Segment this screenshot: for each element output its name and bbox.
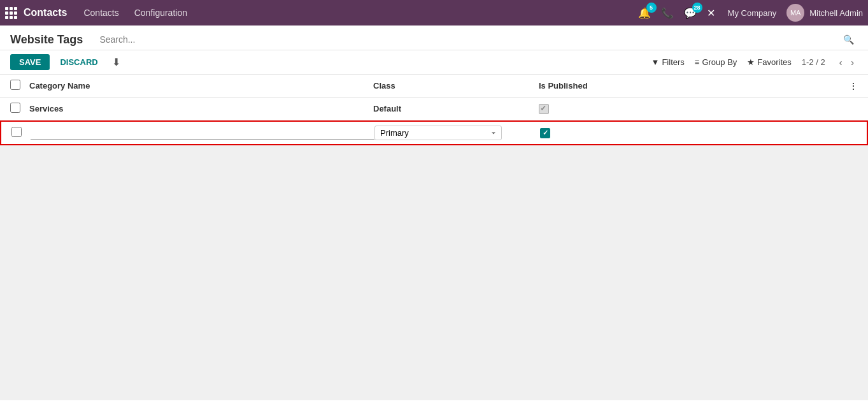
row1-published: ✓: [539, 104, 858, 114]
row1-checkbox[interactable]: [10, 103, 20, 113]
app-brand: Contacts: [24, 7, 67, 18]
row2-checkbox-col: [11, 127, 31, 139]
empty-area: [0, 145, 868, 400]
header-checkbox-col: [10, 80, 29, 92]
header-category-name: Category Name: [29, 81, 373, 91]
company-name[interactable]: My Company: [723, 8, 782, 18]
search-area: 🔍: [96, 32, 858, 47]
filters-label: Filters: [662, 57, 684, 67]
row2-name-col: [31, 127, 374, 140]
table-header: Category Name Class Is Published ⋮: [0, 75, 868, 98]
select-all-checkbox[interactable]: [10, 80, 20, 90]
page-title: Website Tags: [10, 33, 83, 47]
nav-configuration[interactable]: Configuration: [128, 5, 194, 20]
search-icon: 🔍: [843, 34, 854, 45]
toolbar-right: ▼ Filters ≡ Group By ★ Favorites 1-2 / 2…: [651, 56, 858, 69]
row2-checkbox[interactable]: [11, 127, 22, 137]
header-options: ⋮: [839, 81, 858, 91]
row1-name[interactable]: Services: [29, 104, 373, 113]
app-menu-icon[interactable]: [5, 7, 17, 19]
search-input[interactable]: [96, 32, 858, 47]
table: Category Name Class Is Published ⋮ Servi…: [0, 75, 868, 145]
phone-icon: 📞: [661, 7, 674, 19]
group-by-label: Group By: [702, 57, 737, 67]
header-is-published: Is Published: [539, 81, 839, 91]
row2-published-col: [540, 128, 857, 138]
table-row: Services Default ✓: [0, 98, 868, 120]
column-options-icon[interactable]: ⋮: [849, 81, 858, 91]
main-content: Website Tags 🔍 SAVE DISCARD ⬇ ▼ Filters …: [0, 25, 868, 406]
download-icon: ⬇: [112, 57, 120, 68]
avatar-initials: MA: [790, 9, 801, 17]
row1-checkbox-col: [10, 103, 29, 115]
nav-contacts[interactable]: Contacts: [77, 5, 125, 20]
group-by-icon: ≡: [695, 57, 700, 67]
subheader: Website Tags 🔍: [0, 25, 868, 50]
notification-count-badge: 5: [646, 3, 657, 13]
phone-button[interactable]: 📞: [658, 6, 676, 20]
header-class: Class: [373, 81, 539, 91]
save-button[interactable]: SAVE: [10, 54, 50, 70]
row1-class: Default: [373, 104, 539, 113]
favorites-button[interactable]: ★ Favorites: [747, 57, 791, 67]
star-icon: ★: [747, 57, 755, 67]
pagination-prev-button[interactable]: ‹: [836, 56, 846, 69]
table-row-editing: Default Primary Success Info Warning Dan…: [0, 120, 868, 145]
toolbar: SAVE DISCARD ⬇ ▼ Filters ≡ Group By ★ Fa…: [0, 50, 868, 75]
row2-name-input[interactable]: [31, 127, 374, 140]
filter-icon: ▼: [651, 57, 660, 67]
top-navigation: Contacts Contacts Configuration 🔔 5 📞 💬 …: [0, 0, 868, 25]
messages-button[interactable]: 💬 28: [681, 6, 699, 20]
messages-count-badge: 28: [692, 3, 702, 13]
close-icon: ✕: [707, 7, 715, 19]
user-avatar[interactable]: MA: [786, 4, 804, 22]
notification-bell-button[interactable]: 🔔 5: [636, 6, 653, 20]
pagination-info: 1-2 / 2: [802, 57, 825, 67]
favorites-label: Favorites: [757, 57, 791, 67]
row2-class-select[interactable]: Default Primary Success Info Warning Dan…: [374, 126, 502, 140]
filters-button[interactable]: ▼ Filters: [651, 57, 685, 67]
close-button[interactable]: ✕: [704, 6, 718, 20]
row2-published-checkbox[interactable]: [540, 128, 550, 138]
row1-published-checkbox[interactable]: ✓: [539, 104, 549, 114]
pagination-controls: ‹ ›: [836, 56, 858, 69]
user-name[interactable]: Mitchell Admin: [809, 8, 863, 18]
pagination-next-button[interactable]: ›: [847, 56, 858, 69]
row2-class-col: Default Primary Success Info Warning Dan…: [374, 126, 540, 140]
download-button[interactable]: ⬇: [108, 55, 124, 69]
group-by-button[interactable]: ≡ Group By: [695, 57, 737, 67]
discard-button[interactable]: DISCARD: [55, 54, 103, 70]
